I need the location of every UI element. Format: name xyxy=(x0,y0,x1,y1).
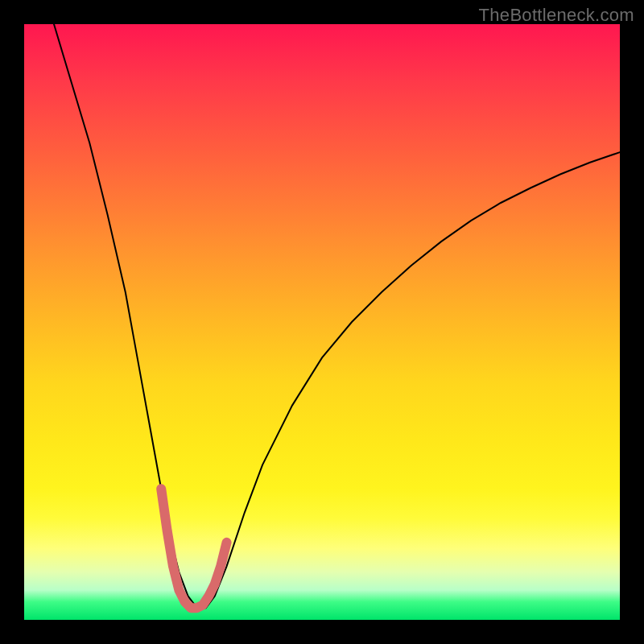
chart-frame: TheBottleneck.com xyxy=(0,0,644,644)
highlight-band xyxy=(161,489,226,608)
bottleneck-curve xyxy=(54,24,620,608)
chart-svg xyxy=(24,24,620,620)
watermark-text: TheBottleneck.com xyxy=(479,5,634,26)
